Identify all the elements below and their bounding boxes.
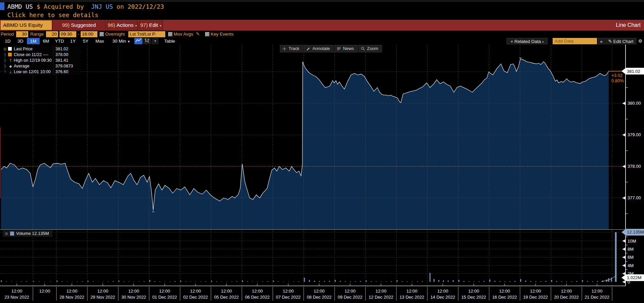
line-chart-type-button[interactable] (134, 38, 142, 44)
volume-bar (505, 282, 506, 282)
volume-bar (206, 281, 207, 282)
volume-bar (500, 281, 501, 282)
legend-label: Average (14, 64, 29, 68)
tab-5y[interactable]: 5Y (79, 38, 92, 44)
period-input[interactable]: 30 (16, 31, 28, 37)
chart-settings-gear-button[interactable]: ⚙ (637, 38, 644, 44)
tab-6m[interactable]: 6M (40, 38, 52, 44)
volume-bar (98, 282, 99, 282)
tab-1m[interactable]: 1M (27, 38, 40, 44)
related-data-button[interactable]: + Related Data ▾ (507, 38, 548, 44)
table-button[interactable]: Table (160, 38, 179, 44)
volume-legend[interactable]: ⊞Volume 12.135M (3, 230, 52, 237)
volume-bar (335, 280, 336, 282)
headline-acquirer[interactable]: JNJ US (91, 3, 113, 10)
date-time-label: 12:00 (97, 289, 109, 294)
chart-type-more-dropdown[interactable]: ▾ (152, 38, 159, 44)
volume-bar (510, 281, 511, 282)
volume-bar (196, 282, 197, 282)
date-label: 20 Dec 2022 (554, 295, 579, 300)
track-icon (282, 47, 287, 51)
date-time-label: 12:00 (376, 289, 387, 294)
overnight-checkbox[interactable] (99, 32, 104, 37)
tab-1y[interactable]: 1Y (67, 38, 79, 44)
volume-bar (139, 282, 140, 282)
volume-bar (165, 282, 166, 282)
chart-canvas[interactable]: 380.00379.00378.00377.0010M8M6M4M2M0381.… (0, 45, 644, 303)
interval-dropdown[interactable]: 30 Min ▼ (110, 38, 133, 44)
legend-row-last[interactable]: ⊟Last Price381.02 (3, 46, 81, 52)
edit-chart-button[interactable]: ✎ Edit Chart (605, 38, 636, 44)
left-edge-accent (0, 128, 1, 198)
axis-tick-arrow (622, 133, 626, 137)
legend-row-high[interactable]: ├THigh on 12/19 09:30381.41 (3, 58, 81, 63)
legend-row-close[interactable]: ├Close on 11/22 ----378.00 (3, 52, 81, 58)
legend-marker-icon: T (7, 58, 14, 63)
collapse-panel-button[interactable]: « (598, 38, 605, 44)
date-time-label: 12:00 (159, 289, 170, 294)
time-from-input[interactable]: 09:30 (59, 31, 76, 37)
legend-marker-icon: ⊥ (7, 69, 14, 75)
zoom-button[interactable]: Zoom (358, 45, 382, 52)
volume-expander-icon[interactable]: ⊞ (4, 230, 9, 237)
menu-edit[interactable]: 97)Edit▾ (139, 20, 163, 31)
volume-bar (39, 282, 40, 282)
volume-bar (381, 282, 382, 282)
volume-bar (430, 273, 431, 282)
track-button[interactable]: Track (280, 45, 303, 52)
date-label: 06 Dec 2022 (245, 295, 270, 300)
price-change-percent: 0.80% (611, 78, 624, 83)
volume-series-swatch (10, 232, 14, 236)
date-label: 23 Nov 2022 (4, 295, 29, 300)
date-label: 15 Dec 2022 (461, 295, 486, 300)
tab-max[interactable]: Max (92, 38, 108, 44)
date-label: 08 Dec 2022 (307, 295, 332, 300)
tab-1d[interactable]: 1D (1, 38, 14, 44)
volume-bar (391, 281, 392, 282)
last-trade-dropdown[interactable]: Lst Trd/Lst P: (128, 31, 165, 37)
legend-tree-icon: ├ (3, 58, 7, 63)
legend-value: 376.60 (53, 69, 68, 75)
menu-actions[interactable]: 96)Actions▾ (107, 20, 138, 31)
function-toolbar: ABMD US Equity 99)Suggested Charts▾96)Ac… (0, 20, 644, 31)
security-type-marker (0, 2, 4, 10)
key-events-checkbox[interactable] (205, 32, 210, 37)
time-dash: - (78, 31, 79, 38)
volume-bar (397, 280, 398, 282)
tool-label: Track (289, 45, 299, 52)
security-field[interactable]: ABMD US Equity (1, 20, 52, 30)
volume-bar (438, 280, 439, 282)
volume-bar (72, 282, 73, 282)
axis-tick-arrow (622, 247, 626, 251)
headline-bar: ABMD US $ Acquired by JNJ US on 2022/12/… (7, 2, 164, 11)
date-label: 02 Dec 2022 (183, 295, 208, 300)
volume-bar (247, 282, 248, 282)
mov-avgs-checkbox[interactable] (168, 32, 173, 37)
volume-bar (469, 282, 470, 282)
volume-bar (16, 282, 17, 282)
tab-ytd[interactable]: YTD (52, 38, 67, 44)
news-button[interactable]: News (334, 45, 358, 52)
volume-bar (448, 281, 449, 282)
mov-avgs-pencil-icon[interactable]: ✎ (196, 31, 200, 38)
headline-details-link[interactable]: Click here to see details (7, 11, 98, 19)
add-data-input[interactable]: Add Data (553, 38, 597, 44)
volume-bar (57, 281, 58, 282)
date-time-label: 12:00 (314, 289, 325, 294)
legend-row-average[interactable]: ├◆Average379.0873 (3, 63, 81, 69)
annotate-button[interactable]: Annotate (304, 45, 334, 52)
time-to-input[interactable]: 16:00 (81, 31, 97, 37)
date-label: 21 Dec 2022 (585, 295, 609, 300)
axis-tick-arrow (622, 264, 626, 267)
period-tabs-row: 1D3D1M6MYTD1Y5YMax 30 Min ▼ ▾ Table + Re… (0, 38, 644, 45)
date-time-label: 12:00 (406, 289, 418, 294)
gear-icon: ⚙ (638, 39, 642, 44)
bar-chart-type-button[interactable] (143, 38, 151, 44)
legend-row-low[interactable]: └⊥Low on 12/01 10:00376.60 (3, 69, 81, 75)
tab-3d[interactable]: 3D (14, 38, 27, 44)
menu-suggested-charts[interactable]: 99)Suggested Charts▾ (52, 20, 106, 31)
range-input[interactable]: 20 (46, 31, 58, 37)
key-events-label: Key Events (211, 31, 233, 38)
date-time-label: 12:00 (11, 289, 23, 294)
price-tick-label: 377.00 (628, 195, 641, 200)
